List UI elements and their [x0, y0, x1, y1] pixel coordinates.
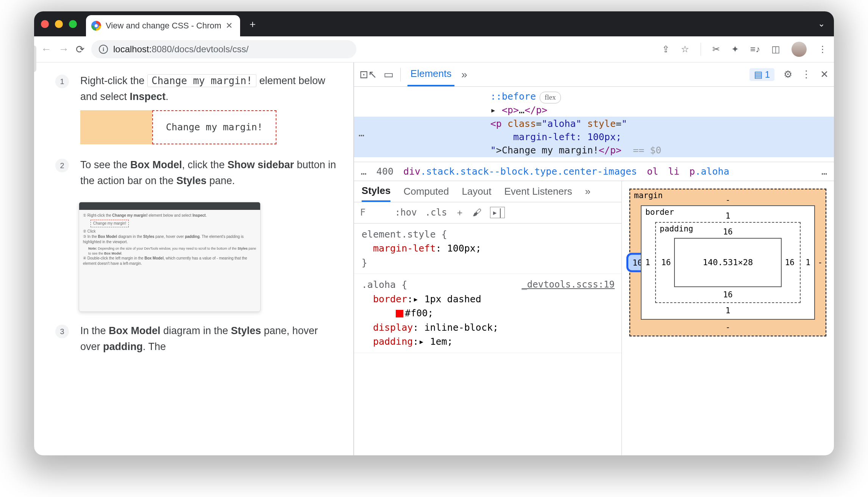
- back-button[interactable]: ←: [41, 43, 52, 55]
- box-content[interactable]: 140.531×28: [674, 238, 782, 287]
- inspect-icon[interactable]: ⊡↖: [359, 68, 377, 81]
- styles-row: Styles Computed Layout Event Listeners »…: [354, 181, 834, 455]
- step-3: 3 In the Box Model diagram in the Styles…: [55, 323, 338, 355]
- profile-avatar[interactable]: [792, 42, 807, 57]
- box-model-diagram[interactable]: margin - - - 100 border 1 1 1 1: [629, 189, 826, 336]
- rule-element-style[interactable]: element.style { margin-left: 100px; }: [354, 223, 621, 274]
- paint-icon[interactable]: 🖌: [473, 207, 482, 218]
- toolbar-icons: ⇪ ☆ ✂ ✦ ≡♪ ◫ ⋮: [662, 42, 827, 57]
- issues-badge[interactable]: ▤ 1: [749, 68, 774, 81]
- styles-subtabs: Styles Computed Layout Event Listeners »: [354, 181, 621, 202]
- divider: [400, 68, 401, 81]
- bookmark-icon[interactable]: ☆: [681, 44, 689, 55]
- reload-button[interactable]: ⟳: [76, 43, 84, 56]
- devtools-pane: ⊡↖ ▭ Elements » ▤ 1 ⚙ ⋮ ✕ ⋯ ::beforeflex…: [354, 63, 834, 455]
- box-model-sidebar: margin - - - 100 border 1 1 1 1: [622, 181, 834, 455]
- tab-title: View and change CSS - Chrom: [106, 21, 221, 31]
- close-devtools-icon[interactable]: ✕: [820, 69, 829, 80]
- step-1: 1 Right-click the Change my margin! elem…: [55, 73, 338, 144]
- new-rule-icon[interactable]: ＋: [455, 206, 464, 219]
- menu-icon[interactable]: ⋮: [818, 44, 827, 55]
- step-number: 1: [55, 75, 69, 88]
- new-tab-button[interactable]: ＋: [248, 17, 258, 31]
- scissors-icon[interactable]: ✂: [712, 44, 720, 55]
- devtools-tabs: ⊡↖ ▭ Elements » ▤ 1 ⚙ ⋮ ✕: [354, 63, 834, 87]
- subtab-computed[interactable]: Computed: [403, 186, 449, 197]
- browser-tab[interactable]: View and change CSS - Chrom ✕: [86, 15, 240, 36]
- crumb[interactable]: ol: [647, 166, 658, 177]
- reading-list-icon[interactable]: ≡♪: [750, 44, 760, 55]
- browser-window: View and change CSS - Chrom ✕ ＋ ⌄ ← → ⟳ …: [34, 11, 834, 455]
- color-swatch-icon[interactable]: [396, 310, 403, 317]
- settings-icon[interactable]: ⚙: [784, 69, 792, 80]
- rule-aloha[interactable]: _devtools.scss:19 .aloha { border:▸ 1px …: [354, 274, 621, 353]
- source-link[interactable]: _devtools.scss:19: [521, 278, 615, 291]
- filter-input[interactable]: [360, 207, 387, 218]
- forward-button[interactable]: →: [58, 43, 69, 55]
- device-toggle-icon[interactable]: ▭: [384, 68, 393, 81]
- step-number: 3: [55, 325, 69, 338]
- margin-demo: Change my margin!: [80, 110, 276, 145]
- minimize-window-button[interactable]: [55, 20, 63, 28]
- crumb-selected[interactable]: p.aloha: [689, 166, 729, 177]
- margin-demo-element[interactable]: Change my margin!: [152, 110, 276, 145]
- more-subtabs-icon[interactable]: »: [585, 186, 590, 197]
- chrome-favicon-icon: [91, 21, 101, 31]
- content-split: 1 Right-click the Change my margin! elem…: [34, 63, 834, 455]
- crumb[interactable]: li: [668, 166, 679, 177]
- divider: [701, 43, 701, 56]
- screenshot-thumbnail: ① Right-click the Change my margin! elem…: [79, 202, 261, 312]
- tab-elements[interactable]: Elements: [407, 63, 454, 86]
- maximize-window-button[interactable]: [69, 20, 77, 28]
- dom-tree[interactable]: ⋯ ::beforeflex ▸ <p>…</p> <p class="aloh…: [354, 87, 834, 162]
- crumb[interactable]: div.stack.stack--block.type.center-image…: [403, 166, 637, 177]
- close-tab-icon[interactable]: ✕: [226, 21, 233, 31]
- address-bar[interactable]: i localhost:8080/docs/devtools/css/: [91, 40, 356, 58]
- subtab-styles[interactable]: Styles: [362, 181, 391, 202]
- code-inline: Change my margin!: [147, 74, 256, 87]
- tab-bar: View and change CSS - Chrom ✕ ＋ ⌄: [34, 11, 834, 36]
- docs-pane: 1 Right-click the Change my margin! elem…: [34, 63, 354, 455]
- cls-toggle[interactable]: .cls: [425, 207, 447, 218]
- kebab-menu-icon[interactable]: ⋮: [801, 69, 811, 80]
- side-panel-icon[interactable]: ◫: [771, 44, 780, 55]
- extensions-icon[interactable]: ✦: [731, 44, 739, 55]
- subtab-listeners[interactable]: Event Listeners: [504, 186, 572, 197]
- close-window-button[interactable]: [41, 20, 49, 28]
- share-icon[interactable]: ⇪: [662, 44, 670, 55]
- window-controls: [41, 20, 77, 28]
- breadcrumb-bar[interactable]: … 400 div.stack.stack--block.type.center…: [354, 162, 834, 181]
- url-text: localhost:8080/docs/devtools/css/: [113, 44, 249, 55]
- selected-dom-node[interactable]: <p class="aloha" style=" margin-left: 10…: [354, 117, 834, 157]
- crumb[interactable]: 400: [376, 166, 393, 177]
- flex-badge[interactable]: flex: [540, 92, 561, 103]
- styles-panel: Styles Computed Layout Event Listeners »…: [354, 181, 622, 455]
- subtab-layout[interactable]: Layout: [462, 186, 491, 197]
- step-number: 2: [55, 159, 69, 172]
- dom-overflow-icon[interactable]: ⋯: [359, 128, 365, 142]
- step-text: Right-click the: [80, 75, 147, 86]
- show-sidebar-icon[interactable]: ▸|: [490, 207, 505, 218]
- tab-overflow-icon[interactable]: ⌄: [818, 19, 825, 29]
- more-tabs-icon[interactable]: »: [461, 69, 467, 81]
- hov-toggle[interactable]: :hov: [395, 207, 417, 218]
- browser-toolbar: ← → ⟳ i localhost:8080/docs/devtools/css…: [34, 36, 834, 63]
- pane-resize-handle[interactable]: [34, 63, 36, 72]
- styles-filter-bar: :hov .cls ＋ 🖌 ▸|: [354, 202, 621, 223]
- step-2: 2 To see the Box Model, click the Show s…: [55, 157, 338, 189]
- site-info-icon[interactable]: i: [99, 45, 108, 54]
